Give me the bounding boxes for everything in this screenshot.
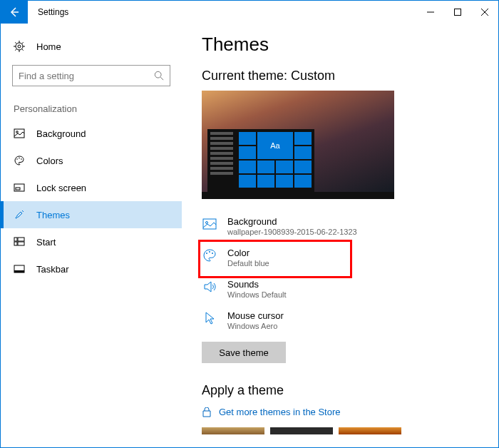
option-subtitle: wallpaper-1908939-2015-06-22-1323	[227, 228, 357, 236]
svg-point-29	[209, 251, 210, 253]
start-icon	[14, 236, 25, 248]
option-subtitle: Windows Aero	[227, 322, 284, 330]
search-box[interactable]	[12, 65, 170, 86]
sidebar-item-taskbar[interactable]: Taskbar	[1, 255, 182, 282]
apply-theme-title: Apply a theme	[202, 383, 478, 398]
sidebar-item-label: Colors	[36, 156, 63, 166]
palette-icon	[202, 248, 217, 263]
svg-rect-20	[14, 238, 17, 241]
sidebar-item-label: Lock screen	[36, 183, 86, 193]
palette-icon	[14, 155, 25, 166]
sidebar-item-colors[interactable]: Colors	[1, 147, 182, 174]
theme-thumbnail[interactable]	[202, 427, 264, 434]
maximize-button[interactable]	[444, 1, 471, 24]
sidebar-item-label: Taskbar	[36, 264, 69, 275]
speaker-icon	[202, 280, 217, 294]
window-title: Settings	[38, 7, 68, 17]
svg-line-9	[15, 49, 16, 51]
svg-point-14	[16, 131, 19, 133]
option-subtitle: Default blue	[227, 259, 269, 268]
home-button[interactable]: Home	[1, 34, 182, 59]
option-title: Sounds	[227, 279, 287, 290]
sidebar-item-start[interactable]: Start	[1, 228, 182, 255]
store-link[interactable]: Get more themes in the Store	[202, 407, 478, 417]
sidebar-item-label: Background	[36, 128, 86, 139]
svg-rect-22	[14, 242, 17, 245]
option-title: Mouse cursor	[227, 310, 284, 321]
titlebar: Settings	[1, 1, 498, 24]
svg-line-12	[160, 77, 163, 80]
window-controls	[417, 1, 498, 24]
svg-point-2	[18, 45, 21, 48]
theme-option-sounds[interactable]: SoundsWindows Default	[202, 275, 478, 306]
svg-line-7	[15, 42, 16, 44]
cursor-icon	[202, 311, 217, 325]
svg-rect-19	[16, 188, 20, 190]
search-icon	[154, 71, 164, 81]
store-icon	[202, 407, 212, 417]
svg-point-16	[19, 158, 20, 159]
picture-icon	[202, 217, 217, 231]
picture-icon	[14, 128, 25, 139]
back-button[interactable]	[1, 1, 28, 24]
search-input[interactable]	[19, 71, 154, 81]
gear-icon	[14, 41, 25, 52]
svg-rect-25	[14, 270, 24, 273]
svg-rect-21	[18, 238, 24, 241]
taskbar-icon	[14, 263, 25, 275]
sidebar-item-lockscreen[interactable]: Lock screen	[1, 174, 182, 201]
minimize-button[interactable]	[417, 1, 444, 24]
svg-point-28	[206, 253, 207, 254]
option-title: Background	[227, 216, 357, 227]
theme-thumbnail[interactable]	[339, 427, 401, 434]
brush-icon	[14, 209, 25, 220]
sidebar-item-themes[interactable]: Themes	[1, 201, 182, 228]
preview-accent-tile: Aa	[257, 132, 293, 159]
option-title: Color	[227, 248, 269, 258]
sidebar: Home Personalization Background Colors L…	[1, 24, 182, 447]
svg-point-15	[16, 158, 18, 160]
section-label: Personalization	[14, 103, 182, 114]
svg-line-8	[22, 49, 24, 51]
svg-rect-26	[203, 219, 216, 229]
option-subtitle: Windows Default	[227, 290, 287, 299]
svg-point-11	[155, 71, 161, 78]
theme-option-background[interactable]: Backgroundwallpaper-1908939-2015-06-22-1…	[202, 212, 478, 243]
svg-point-27	[206, 222, 208, 224]
svg-line-10	[22, 42, 24, 44]
sidebar-item-label: Start	[36, 237, 56, 248]
theme-option-cursor[interactable]: Mouse cursorWindows Aero	[202, 306, 478, 337]
arrow-left-icon	[9, 6, 20, 18]
theme-preview: Aa	[202, 91, 394, 199]
theme-thumbnail[interactable]	[270, 427, 333, 434]
sidebar-item-label: Themes	[36, 210, 70, 220]
theme-thumbnails	[202, 427, 478, 434]
home-label: Home	[36, 41, 61, 52]
save-theme-button[interactable]: Save theme	[202, 342, 286, 363]
store-link-label: Get more themes in the Store	[219, 407, 341, 417]
theme-option-color[interactable]: ColorDefault blue	[202, 243, 349, 275]
close-button[interactable]	[471, 1, 498, 24]
page-title: Themes	[202, 34, 478, 56]
svg-point-17	[21, 158, 22, 160]
svg-point-30	[212, 253, 213, 254]
svg-rect-23	[18, 242, 24, 245]
svg-rect-13	[14, 129, 24, 138]
sidebar-item-background[interactable]: Background	[1, 120, 182, 147]
main-panel: Themes Current theme: Custom Aa Backgrou…	[182, 24, 498, 447]
lockscreen-icon	[14, 182, 25, 193]
current-theme-label: Current theme: Custom	[202, 68, 478, 83]
svg-rect-0	[455, 9, 461, 16]
